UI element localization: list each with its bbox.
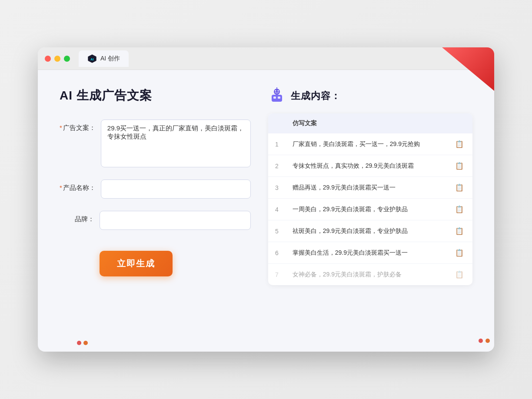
row-content: 赠品再送，29.9元美白淡斑霜买一送一 [286, 177, 446, 199]
copy-icon[interactable]: 📋 [453, 204, 466, 215]
left-panel: AI 生成广告文案 *广告文案： 29.9买一送一，真正的厂家直销，美白淡斑霜，… [60, 87, 251, 331]
results-table-body: 1 厂家直销，美白淡斑霜，买一送一，29.9元抢购 📋 2 专抹女性斑点，真实功… [268, 133, 472, 285]
row-copy-cell[interactable]: 📋 [446, 199, 472, 220]
tab-label: AI 创作 [100, 55, 120, 63]
row-number: 3 [268, 177, 286, 199]
right-panel: 生成内容： 仿写文案 1 厂家直销，美白淡斑霜，买一送一，29.9元抢购 📋 2 [268, 87, 472, 331]
robot-icon [268, 87, 286, 105]
row-copy-cell[interactable]: 📋 [446, 133, 472, 155]
row-number: 6 [268, 242, 286, 264]
generate-button[interactable]: 立即生成 [100, 251, 173, 276]
copy-icon[interactable]: 📋 [453, 226, 466, 236]
form-group-product-name: *产品名称： 美白淡斑霜 [60, 180, 251, 199]
svg-point-4 [278, 90, 279, 92]
svg-rect-6 [273, 96, 276, 99]
required-star-2: * [60, 184, 62, 191]
col-header-num [268, 113, 286, 133]
table-row: 7 女神必备，29.9元美白淡斑霜，护肤必备 📋 [268, 264, 472, 286]
close-button[interactable] [45, 56, 51, 62]
browser-content: AI 生成广告文案 *广告文案： 29.9买一送一，真正的厂家直销，美白淡斑霜，… [38, 70, 494, 348]
row-copy-cell[interactable]: 📋 [446, 264, 472, 286]
results-header: 生成内容： [268, 87, 472, 105]
svg-rect-5 [272, 95, 282, 102]
ad-copy-label: *广告文案： [60, 120, 96, 132]
copy-icon[interactable]: 📋 [453, 182, 466, 193]
browser-titlebar: AI AI 创作 [38, 47, 494, 70]
svg-point-2 [274, 89, 280, 95]
table-row: 3 赠品再送，29.9元美白淡斑霜买一送一 📋 [268, 177, 472, 199]
maximize-button[interactable] [64, 56, 70, 62]
table-row: 6 掌握美白生活，29.9元美白淡斑霜买一送一 📋 [268, 242, 472, 264]
row-content: 掌握美白生活，29.9元美白淡斑霜买一送一 [286, 242, 446, 264]
brand-input[interactable]: 好白 [100, 211, 251, 230]
row-content: 女神必备，29.9元美白淡斑霜，护肤必备 [286, 264, 446, 286]
row-number: 5 [268, 220, 286, 242]
tab-ai-creation[interactable]: AI AI 创作 [79, 50, 129, 67]
window-controls [45, 56, 70, 62]
table-row: 2 专抹女性斑点，真实功效，29.9元美白淡斑霜 📋 [268, 155, 472, 177]
results-title: 生成内容： [291, 90, 341, 103]
brand-label: 品牌： [60, 211, 94, 223]
required-star-1: * [60, 124, 62, 131]
row-number: 7 [268, 264, 286, 286]
row-content: 厂家直销，美白淡斑霜，买一送一，29.9元抢购 [286, 133, 446, 155]
row-copy-cell[interactable]: 📋 [446, 155, 472, 177]
copy-icon[interactable]: 📋 [453, 160, 466, 171]
row-copy-cell[interactable]: 📋 [446, 242, 472, 264]
dot-orange-2 [83, 341, 88, 345]
form-group-brand: 品牌： 好白 [60, 211, 251, 230]
ai-tab-icon: AI [87, 54, 97, 63]
form-group-ad-copy: *广告文案： 29.9买一送一，真正的厂家直销，美白淡斑霜，专抹女性斑点 [60, 120, 251, 167]
row-copy-cell[interactable]: 📋 [446, 177, 472, 199]
dot-orange [485, 339, 490, 343]
row-number: 1 [268, 133, 286, 155]
row-content: 专抹女性斑点，真实功效，29.9元美白淡斑霜 [286, 155, 446, 177]
ad-copy-input[interactable]: 29.9买一送一，真正的厂家直销，美白淡斑霜，专抹女性斑点 [101, 120, 251, 167]
row-content: 祛斑美白，29.9元美白淡斑霜，专业护肤品 [286, 220, 446, 242]
row-content: 一周美白，29.9元美白淡斑霜，专业护肤品 [286, 199, 446, 220]
copy-icon[interactable]: 📋 [453, 247, 466, 258]
corner-decoration-br [479, 339, 490, 343]
results-table: 仿写文案 1 厂家直销，美白淡斑霜，买一送一，29.9元抢购 📋 2 专抹女性斑… [268, 113, 472, 285]
col-header-action [446, 113, 472, 133]
browser-window: AI AI 创作 AI 生成广告文案 *广告文案： 29.9买一送一，真正的厂家… [38, 47, 494, 352]
row-number: 2 [268, 155, 286, 177]
corner-decoration-bl [77, 341, 88, 345]
row-number: 4 [268, 199, 286, 220]
row-copy-cell[interactable]: 📋 [446, 220, 472, 242]
product-name-input[interactable]: 美白淡斑霜 [101, 180, 251, 199]
dot-red-2 [77, 341, 81, 345]
table-row: 1 厂家直销，美白淡斑霜，买一送一，29.9元抢购 📋 [268, 133, 472, 155]
copy-icon[interactable]: 📋 [453, 139, 466, 150]
minimize-button[interactable] [54, 56, 60, 62]
table-row: 5 祛斑美白，29.9元美白淡斑霜，专业护肤品 📋 [268, 220, 472, 242]
page-title: AI 生成广告文案 [60, 87, 251, 104]
svg-rect-7 [278, 96, 280, 99]
table-row: 4 一周美白，29.9元美白淡斑霜，专业护肤品 📋 [268, 199, 472, 220]
svg-text:AI: AI [90, 57, 93, 61]
copy-icon[interactable]: 📋 [453, 269, 466, 280]
product-name-label: *产品名称： [60, 180, 96, 192]
svg-point-3 [275, 90, 276, 92]
results-table-header: 仿写文案 [268, 113, 472, 133]
dot-red [479, 339, 483, 343]
col-header-content: 仿写文案 [286, 113, 446, 133]
